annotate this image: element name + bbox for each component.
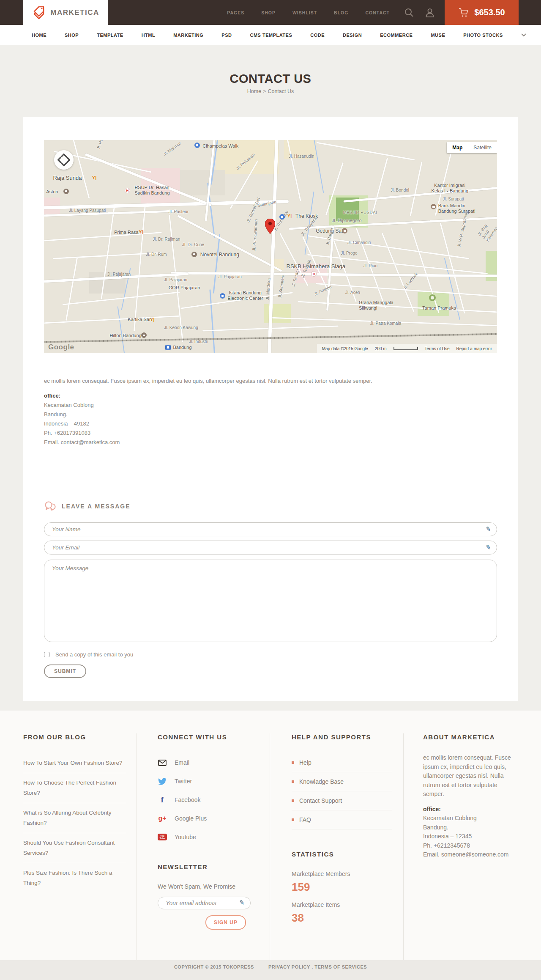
- map-label: Jl. Industri: [189, 339, 208, 344]
- map-area: [180, 170, 225, 195]
- map-label: Jl. Bondol: [391, 188, 409, 193]
- restaurant-icon: Y|: [287, 213, 292, 219]
- cart-button[interactable]: $653.50: [445, 0, 519, 25]
- nav-design[interactable]: DESIGN: [343, 33, 362, 38]
- contact-support-link[interactable]: Contact Support: [292, 791, 392, 810]
- help-link-list: Help Knowladge Base Contact Support FAQ: [292, 753, 392, 829]
- page-hero: CONTACT US Home>Contact Us: [0, 45, 541, 117]
- terms-of-use-link[interactable]: Terms of Use: [425, 346, 450, 351]
- breadcrumb-home[interactable]: Home: [247, 88, 261, 94]
- top-nav-blog[interactable]: BLOG: [334, 10, 348, 15]
- map-road: [62, 291, 180, 305]
- newsletter-promise: We Won't Spam, We Promise: [158, 883, 259, 890]
- top-nav-wishlist[interactable]: WISHLIST: [292, 10, 317, 15]
- blog-post-link[interactable]: How To Choose The Perfect Fashion Store?: [23, 773, 126, 803]
- nav-marketing[interactable]: MARKETING: [173, 33, 203, 38]
- email-link[interactable]: Email: [158, 753, 259, 772]
- nav-ecommerce[interactable]: ECOMMERCE: [380, 33, 413, 38]
- map-label: Kantor Imigrasi Kelas I - Bandung: [432, 183, 468, 194]
- map-label: Jl. W.R. Supratman: [456, 211, 469, 248]
- office-line: Bandung.: [423, 824, 448, 831]
- breadcrumb: Home>Contact Us: [0, 88, 541, 94]
- nav-html[interactable]: HTML: [142, 33, 156, 38]
- top-nav-contact[interactable]: CONTACT: [365, 10, 390, 15]
- twitter-link[interactable]: Twitter: [158, 772, 259, 791]
- map-road: [72, 140, 90, 199]
- footer-connect-heading: CONNECT WITH US: [158, 733, 259, 741]
- facebook-link[interactable]: f Facebook: [158, 791, 259, 809]
- square-bullet-icon: [292, 818, 294, 821]
- hotel-icon: [141, 332, 147, 338]
- map-road: [372, 158, 388, 216]
- nav-shop[interactable]: SHOP: [65, 33, 79, 38]
- satellite-view-button[interactable]: Satellite: [468, 142, 497, 153]
- send-copy-label: Send a copy of this email to you: [55, 651, 133, 658]
- nav-psd[interactable]: PSD: [221, 33, 232, 38]
- blog-post-link[interactable]: What is So Alluring About Celebrity Fash…: [23, 803, 126, 833]
- map-view-button[interactable]: Map: [447, 142, 468, 153]
- google-plus-label: Google Plus: [175, 815, 207, 822]
- search-icon[interactable]: [404, 8, 414, 18]
- logo[interactable]: MARKETICA: [23, 0, 108, 25]
- privacy-policy-link[interactable]: PRIVACY POLICY: [268, 964, 310, 969]
- facebook-icon: f: [158, 795, 167, 804]
- header-spacer: [0, 0, 23, 25]
- message-textarea[interactable]: [44, 560, 497, 642]
- newsletter-heading: NEWSLETTER: [158, 863, 259, 870]
- google-map[interactable]: Cihampelas Walk Jl. Hasanudin Jl. Pelesi…: [44, 140, 497, 353]
- restaurant-icon: Y|: [150, 316, 155, 322]
- footer-help-heading: HELP AND SUPPORTS: [292, 733, 392, 741]
- map-label: Jl. Haji Yasin: [96, 140, 108, 150]
- top-nav: PAGES SHOP WISHLIST BLOG CONTACT: [227, 10, 390, 15]
- footer-about-heading: ABOUT MARKETICA: [423, 733, 518, 741]
- map-label: Aston: [46, 189, 58, 195]
- nav-template[interactable]: TEMPLATE: [97, 33, 123, 38]
- google-plus-icon: g+: [158, 815, 167, 822]
- submit-button[interactable]: SUBMIT: [44, 664, 86, 678]
- nav-cms-templates[interactable]: CMS TEMPLATES: [250, 33, 292, 38]
- nav-photo-stocks[interactable]: PHOTO STOCKS: [463, 33, 503, 38]
- nav-home[interactable]: HOME: [32, 33, 46, 38]
- breadcrumb-separator: >: [263, 88, 266, 94]
- name-input[interactable]: [44, 522, 497, 536]
- top-nav-pages[interactable]: PAGES: [227, 10, 244, 15]
- top-nav-shop[interactable]: SHOP: [261, 10, 276, 15]
- email-input[interactable]: [44, 541, 497, 555]
- map-label: Jl. Pajajaran: [164, 277, 187, 283]
- user-icon[interactable]: [425, 8, 434, 18]
- help-link-label: FAQ: [299, 816, 311, 823]
- leave-message-title: LEAVE A MESSAGE: [62, 503, 131, 510]
- report-map-error-link[interactable]: Report a map error: [456, 346, 492, 351]
- map-label: Jl. Kebon Kawung: [164, 325, 198, 330]
- faq-link[interactable]: FAQ: [292, 810, 392, 829]
- send-copy-checkbox[interactable]: [44, 652, 49, 657]
- items-count: 38: [292, 911, 392, 925]
- map-label: Jl. Brig Jend Katamso: [477, 217, 497, 242]
- map-label: Jl. Patra Komala: [370, 321, 401, 326]
- signup-button[interactable]: SIGN UP: [205, 915, 246, 930]
- contact-form: ✎ ✎ Send a copy of this email to you SUB…: [44, 522, 497, 678]
- blog-post-link[interactable]: Should You Use Fashion Consultant Servic…: [23, 833, 126, 863]
- newsletter-email-input[interactable]: [158, 897, 251, 909]
- terms-of-services-link[interactable]: TERMS OF SERVICES: [314, 964, 367, 969]
- chevron-down-icon[interactable]: [521, 33, 526, 37]
- nav-muse[interactable]: MUSE: [431, 33, 445, 38]
- knowledge-base-link[interactable]: Knowladge Base: [292, 772, 392, 791]
- square-bullet-icon: [292, 780, 294, 783]
- office-line: Indonesia – 12345: [423, 833, 472, 840]
- map-road: [66, 258, 78, 321]
- blog-post-link[interactable]: Plus Size Fashion: Is There Such a Thing…: [23, 863, 126, 893]
- square-bullet-icon: [292, 799, 294, 802]
- office-label: office:: [423, 806, 441, 813]
- map-marker-pin[interactable]: [265, 219, 275, 234]
- google-plus-link[interactable]: g+ Google Plus: [158, 809, 259, 828]
- map-label: Hilton Bandung: [109, 333, 141, 338]
- nav-code[interactable]: CODE: [310, 33, 325, 38]
- help-link[interactable]: Help: [292, 753, 392, 772]
- footer-links: PRIVACY POLICY . TERMS OF SERVICES: [268, 964, 367, 969]
- map-pan-control[interactable]: [54, 150, 74, 170]
- blog-post-list: How To Start Your Own Fashion Store? How…: [23, 753, 126, 893]
- youtube-link[interactable]: YouTube Youtube: [158, 828, 259, 846]
- blog-post-link[interactable]: How To Start Your Own Fashion Store?: [23, 753, 126, 773]
- footer-blog-heading: FROM OUR BLOG: [23, 733, 126, 741]
